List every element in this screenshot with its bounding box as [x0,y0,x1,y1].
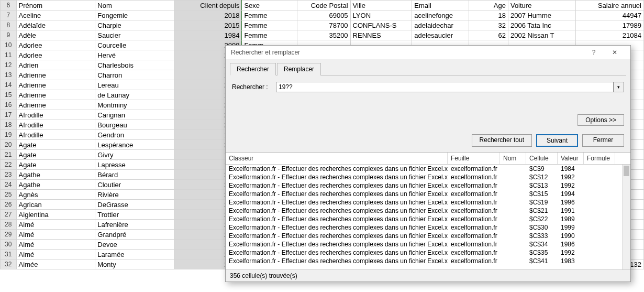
cell-prenom[interactable]: Agnès [16,190,95,200]
cell-age[interactable]: 32 [469,20,508,30]
cell-ville[interactable]: LYON [350,10,412,20]
cell-prenom[interactable]: Aimée [16,259,95,269]
cell-prenom[interactable]: Agrican [16,200,95,210]
row-header[interactable]: 6 [1,1,17,10]
tab-search[interactable]: Rechercher [230,63,276,75]
result-row[interactable]: Excelformation.fr - Effectuer des recher… [226,207,630,215]
cell-email[interactable]: adelesaucier [412,30,469,40]
cell-client[interactable]: 1984 [174,30,241,40]
row-header[interactable]: 13 [1,70,17,80]
cell-salaire[interactable]: 44947 [576,10,644,20]
cell-nom[interactable]: Lapresse [95,160,174,170]
row-header[interactable]: 27 [1,210,17,220]
cell-sexe[interactable]: Femme [242,10,297,20]
cell-nom[interactable]: Rivière [95,190,174,200]
row-header[interactable]: 16 [1,100,17,110]
col-valeur[interactable]: Valeur [558,153,584,164]
cell-prenom[interactable]: Agathe [16,170,95,180]
cell-prenom[interactable]: Aiglentina [16,210,95,220]
cell-sexe[interactable]: Femme [242,20,297,30]
cell-prenom[interactable]: Adélaïde [16,20,95,30]
cell-nom[interactable]: Laramée [95,250,174,259]
cell-nom[interactable]: Trottier [95,210,174,220]
row-header[interactable]: 11 [1,50,17,60]
row-header[interactable]: 30 [1,240,17,250]
cell-prenom[interactable]: Adrienne [16,80,95,90]
cell-email[interactable]: acelinefonge [412,10,469,20]
cell-nom[interactable]: Lereau [95,80,174,90]
col-formule[interactable]: Formule [584,153,615,164]
cell-prenom[interactable]: Aimé [16,220,95,230]
row-header[interactable]: 29 [1,230,17,240]
cell-nom[interactable]: Gendron [95,130,174,140]
find-all-button[interactable]: Rechercher tout [472,134,532,147]
cell-nom[interactable]: Charpie [95,20,174,30]
cell-ville[interactable]: CONFLANS-S [350,20,412,30]
row-header[interactable]: 26 [1,200,17,210]
cell-nom[interactable]: Carignan [95,110,174,120]
cell-nom[interactable]: Lespérance [95,140,174,150]
dialog-titlebar[interactable]: Rechercher et remplacer ? ✕ [226,46,630,59]
col-email[interactable]: Email [412,1,469,10]
cell-cp[interactable]: 78700 [297,20,350,30]
cell-prenom[interactable]: Aimé [16,250,95,259]
cell-email[interactable]: adelaidechar [412,20,469,30]
row-header[interactable]: 25 [1,190,17,200]
cell-nom[interactable]: Bérard [95,170,174,180]
col-ville[interactable]: Ville [350,1,412,10]
row-header[interactable]: 21 [1,150,17,160]
cell-salaire[interactable]: 21084 [576,30,644,40]
cell-sexe[interactable]: Femme [242,30,297,40]
next-button[interactable]: Suivant [536,134,578,147]
row-header[interactable]: 14 [1,80,17,90]
col-salaire[interactable]: Salaire annuel [576,1,644,10]
cell-nom[interactable]: Givry [95,150,174,160]
cell-age[interactable]: 18 [469,10,508,20]
result-row[interactable]: Excelformation.fr - Effectuer des recher… [226,181,630,190]
cell-age[interactable]: 62 [469,30,508,40]
row-header[interactable]: 7 [1,10,17,20]
result-row[interactable]: Excelformation.fr - Effectuer des recher… [226,232,630,240]
row-header[interactable]: 31 [1,250,17,259]
cell-prenom[interactable]: Agate [16,150,95,160]
col-voiture[interactable]: Voiture [508,1,575,10]
search-dropdown-icon[interactable]: ▾ [614,82,624,92]
cell-client[interactable]: 2018 [174,10,241,20]
cell-nom[interactable]: Hervé [95,50,174,60]
cell-prenom[interactable]: Aimé [16,240,95,250]
row-header[interactable]: 22 [1,160,17,170]
row-header[interactable]: 28 [1,220,17,230]
cell-prenom[interactable]: Adèle [16,30,95,40]
cell-salaire[interactable]: 17989 [576,20,644,30]
cell-nom[interactable]: Bourgeau [95,120,174,130]
close-button[interactable]: Fermer [582,134,624,147]
row-header[interactable]: 18 [1,120,17,130]
cell-nom[interactable]: Lafrenière [95,220,174,230]
row-header[interactable]: 19 [1,130,17,140]
cell-prenom[interactable]: Aimé [16,230,95,240]
cell-prenom[interactable]: Adrien [16,60,95,70]
col-cp[interactable]: Code Postal [297,1,350,10]
help-button[interactable]: ? [583,49,604,56]
row-header[interactable]: 32 [1,259,17,269]
tab-replace[interactable]: Remplacer [277,63,321,75]
col-nom[interactable]: Nom [500,153,526,164]
table-row[interactable]: 7AcelineFongemie2018Femme69005LYONacelin… [1,10,644,20]
cell-voiture[interactable]: 2002 Nissan T [508,30,575,40]
cell-prenom[interactable]: Aceline [16,10,95,20]
row-header[interactable]: 8 [1,20,17,30]
row-header[interactable]: 24 [1,180,17,190]
table-row[interactable]: 8AdélaïdeCharpie2015Femme78700CONFLANS-S… [1,20,644,30]
result-row[interactable]: Excelformation.fr - Effectuer des recher… [226,223,630,232]
row-header[interactable]: 12 [1,60,17,70]
result-row[interactable]: Excelformation.fr - Effectuer des recher… [226,248,630,257]
col-feuille[interactable]: Feuille [448,153,500,164]
cell-prenom[interactable]: Afrodille [16,130,95,140]
cell-nom[interactable]: de Launay [95,90,174,100]
cell-prenom[interactable]: Agate [16,160,95,170]
row-header[interactable]: 9 [1,30,17,40]
cell-nom[interactable]: Fongemie [95,10,174,20]
search-input[interactable] [276,82,614,92]
cell-nom[interactable]: Saucier [95,30,174,40]
col-cellule[interactable]: Cellule [526,153,558,164]
